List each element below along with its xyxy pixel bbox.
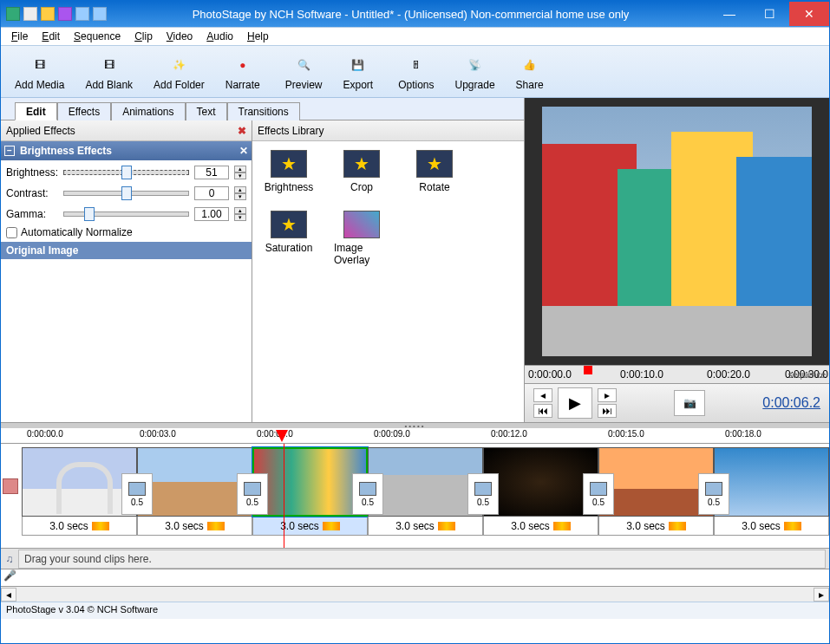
add-blank-button[interactable]: 🎞Add Blank [75, 51, 143, 93]
effect-icon: ★ [416, 150, 453, 178]
qat-icon[interactable] [41, 7, 55, 21]
contrast-slider[interactable] [63, 191, 189, 196]
add-folder-button[interactable]: ✨Add Folder [143, 51, 215, 93]
transition-icon [359, 482, 376, 496]
duration-icon [438, 522, 455, 530]
minimize-button[interactable]: — [709, 2, 749, 26]
timeline-clip[interactable]: 3.0 secs 0.5 [483, 447, 598, 544]
tab-animations[interactable]: Animations [111, 102, 185, 120]
add-media-button[interactable]: 🎞Add Media [4, 51, 75, 93]
clip-duration: 3.0 secs [280, 520, 319, 532]
preview-button[interactable]: 🔍Preview [275, 51, 333, 93]
effect-brightness[interactable]: ★Brightness [261, 150, 317, 193]
transition[interactable]: 0.5 [352, 473, 383, 515]
menu-video[interactable]: Video [160, 29, 199, 44]
playhead-icon[interactable] [584, 366, 592, 374]
statusbar: PhotoStage v 3.04 © NCH Software [1, 602, 829, 619]
video-track[interactable]: 3.0 secs 0.5 3.0 secs 0.5 3.0 secs 0.5 3… [1, 444, 829, 548]
narrate-button[interactable]: ●Narrate [215, 51, 271, 93]
titlebar: PhotoStage by NCH Software - Untitled* -… [1, 1, 829, 27]
timeline-clip[interactable]: 3.0 secs 0.5 [137, 447, 252, 544]
close-button[interactable]: ✕ [789, 2, 829, 26]
transition[interactable]: 0.5 [583, 473, 614, 515]
remove-effect-button[interactable]: ✖ [238, 125, 246, 137]
gamma-value[interactable]: 1.00 [194, 207, 229, 221]
menu-edit[interactable]: Edit [35, 29, 67, 44]
play-button[interactable]: ▶ [558, 387, 592, 419]
last-frame-button[interactable]: ⏭ [598, 404, 617, 418]
label: Image Overlay [334, 242, 389, 266]
contrast-value[interactable]: 0 [194, 186, 229, 200]
auto-normalize-checkbox[interactable] [6, 227, 17, 238]
timeline-ruler[interactable]: 0:00:00.0 0:00:03.0 0:00:06.0 0:00:09.0 … [1, 428, 829, 444]
effect-saturation[interactable]: ★Saturation [261, 211, 317, 266]
prev-frame-button[interactable]: ◂ [533, 388, 552, 402]
audio-track[interactable]: ♫ Drag your sound clips here. [1, 548, 829, 569]
brightness-value[interactable]: 51 [194, 166, 229, 179]
transition[interactable]: 0.5 [467, 473, 499, 515]
close-effect-button[interactable]: ✕ [239, 145, 248, 157]
timeline-clip[interactable]: 3.0 secs 0.5 [368, 447, 483, 544]
tab-effects[interactable]: Effects [57, 102, 111, 120]
timeline: ••••• 0:00:00.0 0:00:03.0 0:00:06.0 0:00… [1, 422, 829, 602]
music-note-icon: ♫ [1, 553, 18, 565]
transition-duration: 0.5 [246, 498, 258, 507]
transition[interactable]: 0.5 [698, 473, 729, 515]
menu-sequence[interactable]: Sequence [67, 29, 127, 44]
collapse-icon[interactable]: − [4, 146, 15, 156]
effect-image-overlay[interactable]: Image Overlay [334, 211, 389, 266]
timeline-clip[interactable]: 3.0 secs 0.5 [598, 447, 714, 544]
effect-icon: ★ [343, 150, 380, 178]
export-button[interactable]: 💾Export [332, 51, 383, 93]
scroll-right-button[interactable]: ▸ [814, 588, 829, 602]
timeline-playhead[interactable] [276, 430, 288, 442]
snapshot-button[interactable]: 📷 [674, 390, 705, 416]
tab-text[interactable]: Text [186, 102, 227, 120]
timeline-clip[interactable]: 3.0 secs [714, 447, 829, 544]
menu-help[interactable]: Help [240, 29, 276, 44]
share-button[interactable]: 👍Share [506, 51, 554, 93]
label: Narrate [225, 79, 260, 91]
next-frame-button[interactable]: ▸ [598, 388, 617, 402]
narration-track[interactable]: 🎤 [1, 569, 829, 586]
effect-name: Brightness Effects [20, 145, 112, 157]
menu-audio[interactable]: Audio [199, 29, 240, 44]
gamma-spinner[interactable]: ▴▾ [234, 207, 246, 221]
tick: 0:00:12.0 [491, 429, 527, 439]
menu-file[interactable]: File [4, 29, 35, 44]
timecode[interactable]: 0:00:06.2 [762, 395, 820, 411]
effect-rotate[interactable]: ★Rotate [407, 150, 462, 193]
qat-icon[interactable] [23, 7, 37, 21]
brightness-slider[interactable] [63, 170, 189, 175]
clip-duration: 3.0 secs [626, 520, 665, 532]
timeline-clip[interactable]: 3.0 secs 0.5 [252, 447, 368, 544]
options-button[interactable]: 🎚Options [388, 51, 444, 93]
timeline-scrollbar[interactable]: ◂ ▸ [1, 586, 829, 602]
original-image-row[interactable]: Original Image [1, 242, 252, 259]
preview-ruler[interactable]: 0:00:00.0 0:00:10.0 0:00:20.0 0:00:30.0 [525, 365, 829, 384]
effect-header[interactable]: − Brightness Effects ✕ [1, 141, 252, 160]
brightness-spinner[interactable]: ▴▾ [234, 166, 246, 179]
track-icon[interactable] [3, 478, 18, 494]
contrast-spinner[interactable]: ▴▾ [234, 186, 246, 200]
ruler-tick: 0:00:10.0 [620, 368, 663, 381]
undo-icon[interactable] [75, 7, 89, 21]
clip-thumbnail [368, 447, 483, 517]
timeline-clip[interactable]: 3.0 secs 0.5 [22, 447, 137, 544]
gamma-slider[interactable] [63, 211, 189, 217]
upgrade-button[interactable]: 📡Upgrade [445, 51, 506, 93]
scroll-left-button[interactable]: ◂ [1, 588, 16, 602]
transition[interactable]: 0.5 [237, 473, 268, 515]
effect-crop[interactable]: ★Crop [334, 150, 389, 193]
tab-edit[interactable]: Edit [15, 102, 57, 120]
contrast-label: Contrast: [6, 187, 58, 199]
transition[interactable]: 0.5 [121, 473, 153, 515]
transition-duration: 0.5 [592, 498, 605, 507]
qat-icon[interactable] [6, 7, 20, 21]
tab-transitions[interactable]: Transitions [227, 102, 300, 120]
qat-icon[interactable] [58, 7, 72, 21]
redo-icon[interactable] [93, 7, 107, 21]
first-frame-button[interactable]: ⏮ [533, 404, 552, 418]
maximize-button[interactable]: ☐ [749, 2, 789, 26]
menu-clip[interactable]: Clip [127, 29, 160, 44]
